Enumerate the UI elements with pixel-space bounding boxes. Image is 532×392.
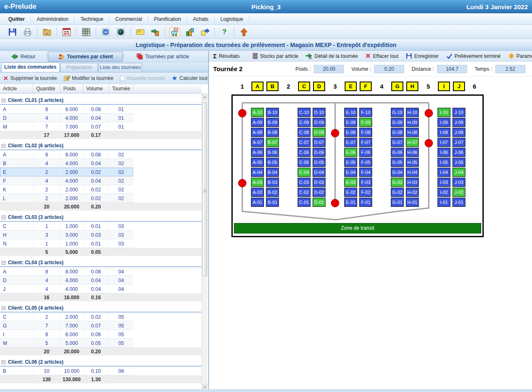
- transfer-icon[interactable]: [199, 27, 210, 37]
- order-row[interactable]: N11.0000.0103: [0, 239, 133, 248]
- network-icon[interactable]: M: [100, 27, 111, 37]
- col-quantite[interactable]: Quantité: [33, 84, 60, 94]
- order-row[interactable]: D44.0000.0404: [0, 276, 133, 285]
- menu-logistique[interactable]: Logistique: [215, 16, 250, 22]
- order-row[interactable]: H33.0000.0303: [0, 231, 133, 239]
- location-I-06: I-06: [438, 148, 450, 157]
- tournees-par-client-button[interactable]: Tournées par client: [48, 52, 123, 62]
- tab-liste-des-tournees[interactable]: Liste des tournées: [99, 63, 142, 72]
- rack-label-C: C: [298, 82, 310, 91]
- effacer-tout-button[interactable]: ✕ Effacer tout: [365, 52, 399, 60]
- order-row[interactable]: A88.0000.0804: [0, 267, 133, 276]
- client-group-header[interactable]: −Client: CL01 (3 articles): [0, 97, 201, 105]
- grand-total-row: 130130.0001.30: [0, 375, 201, 383]
- enregistrer-button[interactable]: Enregistrer: [406, 53, 439, 59]
- stop-dot-aisle5-level7: [425, 139, 433, 147]
- check-icon: [446, 53, 452, 59]
- order-row[interactable]: J44.0000.0404: [0, 285, 133, 293]
- client-group-header[interactable]: −Client: CL06 (2 articles): [0, 358, 201, 367]
- detail-list-icon: [306, 53, 312, 59]
- order-row[interactable]: F44.0000.0402: [0, 176, 133, 185]
- location-B-06: B-06: [266, 148, 279, 157]
- client-group-header[interactable]: −Client: CL02 (6 articles): [0, 142, 201, 150]
- menu-technique[interactable]: Technique: [75, 16, 109, 22]
- location-C-02: C-02: [298, 188, 311, 197]
- collapse-icon[interactable]: −: [2, 306, 5, 310]
- menu-administration[interactable]: Administration: [31, 16, 75, 22]
- scroll-thumb[interactable]: [202, 102, 207, 276]
- parametres-button[interactable]: Paramètres: [508, 53, 532, 59]
- stop-dot-aisle3-level8: [331, 129, 339, 137]
- collapse-icon[interactable]: −: [2, 216, 5, 219]
- orders-scrollbar[interactable]: ▲ ▼: [201, 94, 207, 390]
- col-tournee[interactable]: Tournée: [109, 84, 133, 94]
- order-row[interactable]: G77.0000.0705: [0, 321, 133, 330]
- calculer-tout-button[interactable]: ★ Calculer tout: [172, 75, 208, 81]
- retour-label: Retour: [20, 54, 35, 60]
- location-J-09: J-09: [452, 118, 465, 127]
- stop-dot-aisle1-level10: [238, 109, 246, 117]
- menu-planification[interactable]: Planification: [148, 16, 187, 22]
- save-icon[interactable]: [7, 27, 18, 37]
- order-row[interactable]: M55.0000.0505: [0, 339, 133, 347]
- collapse-icon[interactable]: −: [2, 360, 5, 364]
- order-row[interactable]: C11.0000.0103: [0, 222, 133, 231]
- tournees-par-article-label: Tournées par article: [145, 54, 189, 60]
- location-H-10: H-10: [406, 108, 419, 117]
- order-row[interactable]: C22.0000.0205: [0, 313, 133, 321]
- client-group-label: Client: CL05 (4 articles): [8, 305, 63, 311]
- tab-liste-des-commandes[interactable]: Liste des commandes: [1, 62, 60, 72]
- order-row[interactable]: A66.0000.0601: [0, 105, 133, 114]
- scroll-up-arrow[interactable]: ▲: [202, 94, 207, 99]
- home-up-icon[interactable]: [239, 27, 249, 37]
- menu-achats[interactable]: Achats: [187, 16, 215, 22]
- location-F-05: F-05: [359, 158, 372, 167]
- print-icon[interactable]: [22, 27, 33, 37]
- world-icon[interactable]: [115, 27, 126, 37]
- resultats-button[interactable]: Σ Résultats: [213, 53, 239, 60]
- tournees-par-article-button[interactable]: Tournées par article: [124, 52, 201, 62]
- collapse-icon[interactable]: −: [2, 261, 5, 265]
- menu-quitter[interactable]: Quitter: [2, 16, 31, 22]
- client-group-header[interactable]: −Client: CL03 (3 articles): [0, 213, 201, 222]
- order-row[interactable]: B44.0000.0402: [0, 159, 133, 168]
- client-group-header[interactable]: −Client: CL04 (3 articles): [0, 259, 201, 267]
- left-panel: Retour Tournées par client Tournées par …: [0, 51, 208, 389]
- order-row[interactable]: E22.0000.0202: [0, 168, 133, 176]
- order-row[interactable]: K22.0000.0202: [0, 185, 133, 194]
- prelevement-termine-button[interactable]: Prélèvement terminé: [446, 53, 501, 59]
- planning-icon[interactable]: [61, 27, 72, 37]
- import-icon[interactable]: [150, 27, 161, 37]
- retour-button[interactable]: Retour: [0, 52, 47, 62]
- location-H-02: H-02: [406, 188, 419, 197]
- orders-list: −Client: CL01 (3 articles)A66.0000.0601D…: [0, 94, 201, 389]
- client-group-header[interactable]: −Client: CL05 (4 articles): [0, 304, 201, 313]
- stocks-par-article-button[interactable]: Stocks par article: [253, 53, 298, 59]
- menu-commercial[interactable]: Commercial: [109, 16, 148, 22]
- stocks-icon[interactable]: [184, 27, 195, 37]
- picking-icon[interactable]: [169, 27, 180, 37]
- detail-tournee-button[interactable]: Détail de la tournée: [306, 53, 358, 59]
- col-volume[interactable]: Volume: [83, 84, 109, 94]
- order-row[interactable]: L22.0000.0202: [0, 194, 133, 203]
- collapse-icon[interactable]: −: [2, 99, 5, 102]
- modifier-tournee-button[interactable]: Modifier la tournée: [64, 75, 113, 81]
- table-icon[interactable]: [81, 27, 92, 37]
- supprimer-tournee-button[interactable]: ✕ Supprimer la tournée: [3, 75, 57, 82]
- col-article[interactable]: Article: [0, 84, 33, 94]
- edit-icon: [64, 75, 70, 81]
- volume-value: 0.20: [374, 65, 404, 73]
- location-F-07: F-07: [359, 138, 372, 147]
- order-row[interactable]: B1010.0000.1006: [0, 367, 133, 375]
- articles-folder-icon[interactable]: A: [42, 27, 52, 37]
- col-poids[interactable]: Poids: [60, 84, 83, 94]
- help-icon[interactable]: ?: [219, 27, 230, 37]
- order-row[interactable]: D44.0000.0401: [0, 114, 133, 122]
- location-J-02: J-02: [452, 188, 465, 197]
- order-row[interactable]: M77.0000.0701: [0, 122, 133, 131]
- order-row[interactable]: A66.0000.0602: [0, 150, 133, 159]
- order-row[interactable]: I66.0000.0605: [0, 330, 133, 339]
- collapse-icon[interactable]: −: [2, 144, 5, 148]
- message-icon[interactable]: [135, 27, 146, 37]
- aisle-number-1: 1: [241, 83, 244, 90]
